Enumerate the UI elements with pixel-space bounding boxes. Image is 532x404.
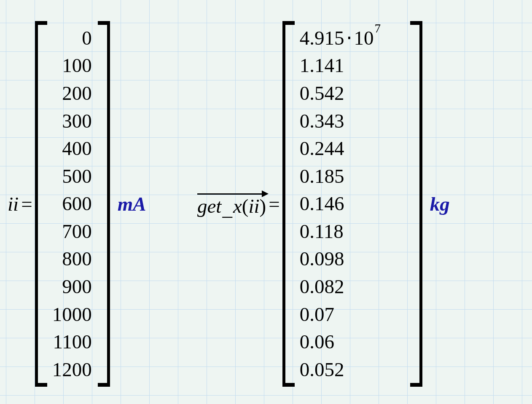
vector-ii-cell: 700 — [52, 218, 92, 245]
expr-ii: ii = 01002003004005006007008009001000110… — [8, 21, 146, 387]
unit-mA: mA — [118, 193, 146, 215]
expr-getx: get_x(ii) = 4.915⋅1071.1410.5420.3430.24… — [197, 21, 450, 387]
bracket-left-close — [98, 21, 110, 387]
bracket-right-close — [410, 21, 422, 387]
underscore-dot: _ — [221, 198, 233, 219]
vector-arrow-over-fn: get_x(ii) — [197, 191, 266, 217]
bracket-left-open — [35, 21, 47, 387]
vector-ii-cell: 300 — [52, 107, 92, 135]
vector-ii-cell: 1000 — [52, 301, 92, 328]
paren-open: ( — [242, 195, 249, 217]
var-ii: ii — [8, 193, 19, 215]
mult-dot: ⋅ — [344, 28, 354, 48]
vector-getx-cell: 0.542 — [300, 80, 404, 107]
unit-kg: kg — [430, 193, 450, 215]
vector-getx: 4.915⋅1071.1410.5420.3430.2440.1850.1460… — [282, 21, 422, 387]
vector-getx-cell: 0.185 — [300, 163, 404, 190]
vector-getx-cell: 0.052 — [300, 356, 404, 383]
bracket-right-open — [282, 21, 295, 387]
mantissa: 4.915 — [300, 28, 344, 48]
fn-name-part2: x — [233, 195, 242, 217]
vector-getx-cell: 0.343 — [300, 107, 404, 135]
base: 10 — [354, 28, 374, 48]
vector-ii-cell: 600 — [52, 190, 92, 217]
vector-getx-cell: 0.06 — [300, 328, 404, 356]
arrow-icon — [197, 191, 268, 197]
vector-getx-cell: 0.082 — [300, 273, 404, 300]
vector-ii: 0100200300400500600700800900100011001200 — [35, 21, 110, 387]
vector-getx-cell: 0.244 — [300, 135, 404, 162]
vector-ii-cell: 100 — [52, 52, 92, 80]
fn-arg: ii — [248, 195, 259, 217]
vector-ii-cell: 800 — [52, 246, 92, 273]
vector-ii-cell: 200 — [52, 80, 92, 107]
vector-ii-cell: 900 — [52, 273, 92, 300]
fn-getx: get_x(ii) — [197, 195, 266, 219]
vector-getx-cell: 0.146 — [300, 190, 404, 217]
fn-name-part1: get — [197, 195, 221, 217]
vector-getx-cell: 1.141 — [300, 52, 404, 80]
vector-getx-cell: 4.915⋅107 — [300, 24, 404, 52]
vector-ii-cell: 1200 — [52, 356, 92, 383]
vector-getx-cell: 0.118 — [300, 218, 404, 245]
vector-getx-cell: 0.098 — [300, 246, 404, 273]
paren-close: ) — [260, 195, 266, 217]
exponent: 7 — [375, 22, 381, 35]
vector-ii-values: 0100200300400500600700800900100011001200 — [50, 21, 94, 387]
math-worksheet: ii = 01002003004005006007008009001000110… — [0, 0, 532, 404]
vector-getx-values: 4.915⋅1071.1410.5420.3430.2440.1850.1460… — [297, 21, 407, 387]
vector-ii-cell: 500 — [52, 163, 92, 190]
equals-left: = — [19, 193, 35, 215]
vector-getx-cell: 0.07 — [300, 301, 404, 328]
vector-ii-cell: 400 — [52, 135, 92, 162]
vector-ii-cell: 1100 — [52, 328, 92, 356]
vector-ii-cell: 0 — [52, 24, 92, 52]
